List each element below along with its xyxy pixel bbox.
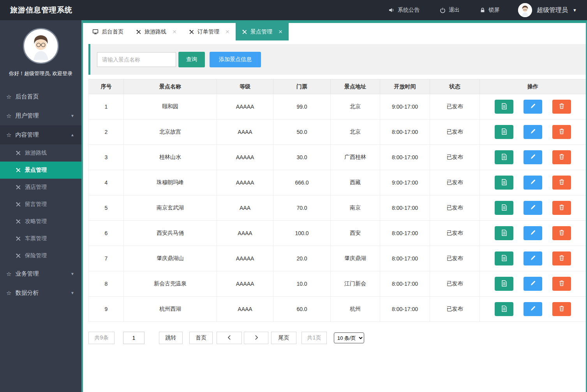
view-button[interactable] bbox=[495, 201, 513, 215]
star-icon: ☆ bbox=[6, 290, 11, 297]
edit-button[interactable] bbox=[524, 251, 542, 265]
table-row: 2北京故宫AAAA50.0北京8:00-17:00已发布 bbox=[89, 120, 586, 145]
cell-ticket: 60.0 bbox=[273, 297, 331, 322]
cell-status: 已发布 bbox=[430, 297, 480, 322]
pencil-icon bbox=[530, 154, 536, 161]
cell-name: 新会古兜温泉 bbox=[124, 271, 217, 297]
table-row: 4珠穆朗玛峰AAAAA666.0西藏9:00-17:00已发布 bbox=[89, 170, 586, 195]
edit-button[interactable] bbox=[524, 125, 542, 139]
page-size-select[interactable]: 10 条/页 bbox=[334, 332, 364, 343]
edit-button[interactable] bbox=[524, 302, 542, 316]
pencil-icon bbox=[530, 204, 536, 212]
sidebar-subitem[interactable]: 保险管理 bbox=[0, 247, 81, 264]
user-avatar bbox=[518, 3, 532, 17]
view-button[interactable] bbox=[495, 302, 513, 316]
edit-button[interactable] bbox=[524, 150, 542, 164]
next-page-button[interactable] bbox=[244, 332, 268, 344]
view-button[interactable] bbox=[495, 251, 513, 265]
edit-button[interactable] bbox=[524, 277, 542, 291]
cell-no: 4 bbox=[89, 170, 124, 195]
sidebar-subitem-label: 车票管理 bbox=[25, 235, 47, 242]
view-button[interactable] bbox=[495, 150, 513, 164]
announcement-button[interactable]: 系统公告 bbox=[388, 7, 420, 14]
cell-hours: 8:00-17:00 bbox=[380, 221, 430, 246]
delete-button[interactable] bbox=[552, 251, 571, 265]
view-button[interactable] bbox=[495, 226, 513, 240]
tab-后台首页[interactable]: 后台首页 bbox=[86, 23, 130, 40]
tab-订单管理[interactable]: 订单管理× bbox=[183, 23, 236, 40]
sidebar-subitem[interactable]: 留言管理 bbox=[0, 196, 81, 213]
edit-button[interactable] bbox=[524, 226, 542, 240]
view-button[interactable] bbox=[495, 100, 513, 114]
cell-grade: AAAA bbox=[217, 297, 273, 322]
column-header: 门票 bbox=[273, 79, 331, 94]
user-menu[interactable]: 超级管理员 ▼ bbox=[518, 3, 577, 17]
table-row: 8新会古兜温泉AAAAA10.0江门新会8:00-17:00已发布 bbox=[89, 271, 586, 297]
delete-button[interactable] bbox=[552, 150, 571, 164]
table-row: 7肇庆鼎湖山AAAAA20.0肇庆鼎湖8:00-17:00已发布 bbox=[89, 246, 586, 271]
first-page-button[interactable]: 首页 bbox=[189, 332, 213, 344]
delete-button[interactable] bbox=[552, 226, 571, 240]
cell-hours: 9:00-17:00 bbox=[380, 170, 430, 195]
close-icon[interactable]: × bbox=[226, 28, 229, 35]
cell-hours: 9:00-17:00 bbox=[380, 94, 430, 120]
cell-status: 已发布 bbox=[430, 145, 480, 170]
delete-button[interactable] bbox=[552, 125, 571, 139]
lock-screen-button[interactable]: 锁屏 bbox=[480, 7, 499, 14]
close-icon[interactable]: × bbox=[279, 28, 282, 35]
prev-page-button[interactable] bbox=[217, 332, 242, 344]
edit-button[interactable] bbox=[524, 176, 542, 190]
trash-icon bbox=[559, 153, 565, 161]
caret-down-icon: ▼ bbox=[71, 114, 74, 118]
delete-button[interactable] bbox=[552, 176, 571, 190]
cell-hours: 8:00-17:00 bbox=[380, 145, 430, 170]
caret-down-icon: ▼ bbox=[71, 291, 74, 295]
page-number-input[interactable] bbox=[123, 332, 145, 344]
delete-button[interactable] bbox=[552, 201, 571, 215]
sidebar-subitem[interactable]: 攻略管理 bbox=[0, 213, 81, 230]
edit-button[interactable] bbox=[524, 201, 542, 215]
cell-actions bbox=[480, 297, 586, 322]
tab-景点管理[interactable]: 景点管理× bbox=[236, 23, 289, 40]
delete-button[interactable] bbox=[552, 277, 571, 291]
search-panel: 查询 添加景点信息 bbox=[88, 44, 587, 75]
tab-旅游路线[interactable]: 旅游路线× bbox=[130, 23, 183, 40]
jump-button[interactable]: 跳转 bbox=[159, 332, 183, 344]
sidebar-item-label: 内容管理 bbox=[15, 131, 39, 139]
caret-down-icon: ▼ bbox=[573, 8, 577, 12]
cell-grade: AAAA bbox=[217, 221, 273, 246]
sidebar-subitem[interactable]: 旅游路线 bbox=[0, 144, 81, 162]
view-button[interactable] bbox=[495, 125, 513, 139]
cell-status: 已发布 bbox=[430, 246, 480, 271]
query-button[interactable]: 查询 bbox=[178, 52, 205, 67]
pencil-icon bbox=[530, 103, 536, 111]
sidebar-item[interactable]: ☆内容管理▲ bbox=[0, 125, 81, 144]
content-area: 后台首页旅游路线×订单管理×景点管理× 查询 添加景点信息 序号景点名称等级门票… bbox=[83, 20, 587, 392]
sidebar-subitem[interactable]: 车票管理 bbox=[0, 230, 81, 247]
file-icon bbox=[501, 153, 508, 162]
logout-button[interactable]: 退出 bbox=[440, 7, 460, 14]
add-attraction-button[interactable]: 添加景点信息 bbox=[210, 52, 261, 67]
edit-button[interactable] bbox=[524, 100, 542, 114]
cell-hours: 8:00-17:00 bbox=[380, 195, 430, 221]
delete-button[interactable] bbox=[552, 302, 571, 316]
view-button[interactable] bbox=[495, 277, 513, 291]
last-page-button[interactable]: 尾页 bbox=[271, 332, 296, 344]
tools-icon bbox=[242, 29, 247, 35]
sidebar-item[interactable]: ☆数据分析▼ bbox=[0, 283, 81, 302]
sidebar-subitem[interactable]: 景点管理 bbox=[0, 162, 81, 179]
file-icon bbox=[501, 229, 508, 237]
cell-hours: 8:00-17:00 bbox=[380, 246, 430, 271]
cell-actions bbox=[480, 94, 586, 120]
search-input[interactable] bbox=[97, 52, 176, 67]
sidebar-item[interactable]: ☆业务管理▼ bbox=[0, 264, 81, 283]
sidebar-item[interactable]: ☆用户管理▼ bbox=[0, 106, 81, 125]
close-icon[interactable]: × bbox=[173, 28, 176, 35]
cell-grade: AAAAA bbox=[217, 145, 273, 170]
sidebar-item[interactable]: ☆后台首页 bbox=[0, 87, 81, 106]
view-button[interactable] bbox=[495, 176, 513, 190]
delete-button[interactable] bbox=[552, 100, 571, 114]
cell-status: 已发布 bbox=[430, 120, 480, 145]
sidebar-subitem[interactable]: 酒店管理 bbox=[0, 179, 81, 196]
sidebar-item-label: 后台首页 bbox=[15, 93, 39, 100]
